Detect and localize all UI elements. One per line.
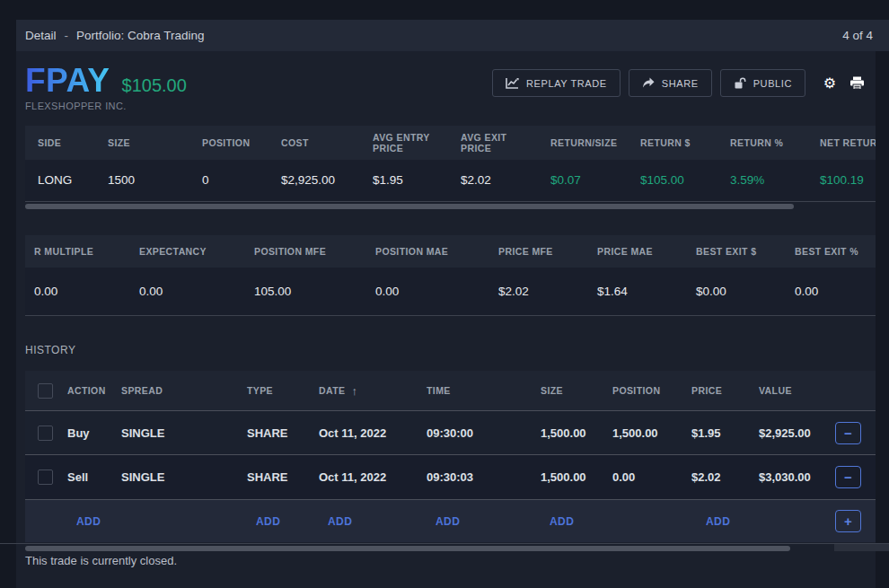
stats-table-header: R MULTIPLE EXPECTANCY POSITION MFE POSIT… [25,235,876,268]
unlock-icon [734,77,746,89]
settings-gear-icon[interactable]: ⚙ [816,75,843,92]
col-return-size: RETURN/SIZE [538,126,628,160]
return-percent-value: 3.59% [717,160,807,200]
minus-icon: − [844,426,852,440]
best-exit-percent-value: 0.00 [786,268,876,315]
page-hscrollbar-corner[interactable] [834,544,889,551]
size-value: 1,500.00 [541,411,612,454]
stats-table: R MULTIPLE EXPECTANCY POSITION MFE POSIT… [25,235,876,316]
summary-table-row: LONG 1500 0 $2,925.00 $1.95 $2.02 $0.07 … [25,160,876,200]
date-value: Oct 11, 2022 [319,411,427,454]
breadcrumb-portfolio: Portfolio: Cobra Trading [76,29,205,42]
time-value: 09:30:03 [427,455,541,499]
col-cost: COST [268,126,360,160]
position-value: 0 [189,160,268,200]
add-size-link[interactable]: ADD [541,515,574,528]
ticker-symbol: FPAY [25,62,110,100]
col-avg-exit-price: AVG EXIT PRICE [448,126,538,160]
col-time: TIME [427,371,541,410]
expectancy-value: 0.00 [130,268,245,315]
row-checkbox[interactable] [38,470,53,485]
symbol-header: FPAY $105.00 FLEXSHOPPER INC. [25,62,187,111]
remove-execution-button[interactable]: − [835,422,861,444]
add-action-link[interactable]: ADD [67,515,101,528]
company-name: FLEXSHOPPER INC. [25,101,187,111]
avg-exit-price-value: $2.02 [448,160,538,200]
best-exit-dollars-value: $0.00 [687,268,786,315]
col-size: SIZE [541,371,612,410]
net-return-value: $100.19 [807,160,876,200]
share-arrow-icon [642,77,655,89]
title-bar: Detail-Portfolio: Cobra Trading 4 of 4 [16,20,889,51]
col-price: PRICE [691,371,759,410]
add-time-link[interactable]: ADD [427,515,460,528]
replay-trade-button[interactable]: REPLAY TRADE [492,69,621,97]
col-net-return: NET RETURN [807,126,876,160]
price-mfe-value: $2.02 [489,268,588,315]
add-type-link[interactable]: ADD [247,515,280,528]
price-value: $2.02 [691,455,759,499]
r-multiple-value: 0.00 [25,268,130,315]
type-value: SHARE [247,411,319,454]
size-value: 1500 [95,160,189,200]
col-position-mfe: POSITION MFE [245,235,366,268]
col-position: POSITION [612,371,691,410]
summary-table-hscrollbar[interactable] [25,201,876,210]
breadcrumb-separator: - [65,29,69,42]
avg-entry-price-value: $1.95 [360,160,448,200]
header-actions: REPLAY TRADE SHARE PUBLIC ⚙ [484,69,870,97]
scrollbar-thumb[interactable] [25,204,794,209]
value-value: $3,030.00 [759,455,835,499]
col-size: SIZE [95,126,189,160]
col-price-mfe: PRICE MFE [489,235,588,268]
col-best-exit-percent: BEST EXIT % [786,235,876,268]
time-value: 09:30:00 [427,411,541,454]
plus-icon: + [844,514,852,528]
share-button[interactable]: SHARE [629,69,712,97]
add-price-link[interactable]: ADD [691,515,730,528]
value-value: $2,925.00 [759,411,835,454]
col-return-dollars: RETURN $ [628,126,717,160]
cost-value: $2,925.00 [268,160,360,200]
stats-table-row: 0.00 0.00 105.00 0.00 $2.02 $1.64 $0.00 … [25,268,876,315]
price-value: $1.95 [691,411,759,454]
col-date-sortable[interactable]: DATE↑ [319,371,427,410]
col-price-mae: PRICE MAE [588,235,687,268]
sort-ascending-icon[interactable]: ↑ [351,384,357,398]
history-table-header: ACTION SPREAD TYPE DATE↑ TIME SIZE POSIT… [25,371,876,410]
col-expectancy: EXPECTANCY [130,235,245,268]
action-value: Sell [67,455,121,499]
return-dollars-value: $105.00 [628,160,717,200]
position-mfe-value: 105.00 [245,268,366,315]
side-value: LONG [25,160,95,200]
price-mae-value: $1.64 [588,268,687,315]
chart-line-icon [506,77,519,89]
position-value: 1,500.00 [612,411,691,454]
col-return-percent: RETURN % [717,126,807,160]
minus-icon: − [844,470,852,484]
col-avg-entry-price: AVG ENTRY PRICE [360,126,448,160]
summary-table-header: SIDE SIZE POSITION COST AVG ENTRY PRICE … [25,126,876,160]
select-all-checkbox[interactable] [38,383,53,399]
add-date-link[interactable]: ADD [319,515,352,528]
spread-value: SINGLE [121,455,247,499]
history-table-hscrollbar-thumb[interactable] [25,546,790,551]
size-value: 1,500.00 [541,455,612,499]
add-execution-button[interactable]: + [835,510,861,532]
position-mae-value: 0.00 [366,268,489,315]
trade-status-text: This trade is currently closed. [25,554,177,567]
print-icon[interactable] [843,76,870,90]
history-table: ACTION SPREAD TYPE DATE↑ TIME SIZE POSIT… [25,371,876,542]
remove-execution-button[interactable]: − [835,466,861,488]
bottom-divider [0,543,889,544]
date-value: Oct 11, 2022 [319,455,427,499]
history-add-row: ADD ADD ADD ADD ADD ADD + [25,499,876,542]
col-r-multiple: R MULTIPLE [25,235,130,268]
action-value: Buy [67,411,121,454]
row-checkbox[interactable] [38,426,53,441]
history-section-label: HISTORY [25,344,75,356]
col-spread: SPREAD [121,371,247,410]
position-value: 0.00 [612,455,691,499]
type-value: SHARE [247,455,319,499]
public-button[interactable]: PUBLIC [720,69,805,97]
